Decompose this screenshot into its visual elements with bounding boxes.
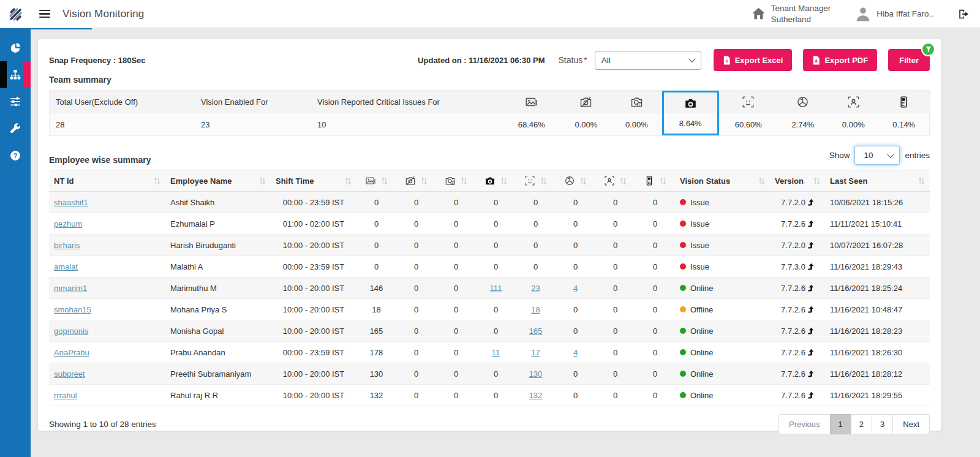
menu-icon[interactable] (39, 10, 50, 18)
count-cell: 0 (396, 235, 436, 256)
status-text: Online (690, 284, 714, 293)
column-header-person-scan[interactable] (595, 170, 635, 192)
tenant-home-button[interactable]: Tenant Manager Sutherland (752, 3, 831, 25)
column-header-image[interactable] (356, 170, 396, 192)
version-upgrade-icon (807, 220, 814, 228)
pagination-next-button[interactable]: Next (892, 414, 930, 434)
column-header-camera-timer[interactable] (436, 170, 476, 192)
sidebar-item-help[interactable] (0, 142, 31, 169)
column-header-face-covered[interactable] (556, 170, 595, 192)
sidebar-item-sitemap[interactable] (0, 61, 31, 88)
team-summary-title: Team summary (49, 75, 930, 85)
count-link[interactable]: 130 (529, 369, 543, 379)
count-cell: 0 (396, 320, 436, 342)
team-summary-table: Total User(Exclude Off)Vision Enabled Fo… (49, 90, 930, 136)
sidebar-item-wrench[interactable] (0, 115, 31, 142)
table-row: subpreetPreethi Subramaniyam10:00 - 20:0… (49, 363, 930, 385)
count-link[interactable]: 4 (573, 284, 578, 293)
pie-chart-icon (10, 42, 21, 53)
count-cell: 0 (476, 385, 516, 406)
export-pdf-button[interactable]: Export PDF (803, 49, 877, 71)
nt-id-link[interactable]: AnaPrabu (54, 348, 89, 357)
face-scan-icon (742, 96, 754, 108)
column-header-last-seen[interactable]: Last Seen (825, 170, 930, 192)
count-cell: 0 (595, 299, 635, 320)
nt-id-link[interactable]: birharis (54, 241, 80, 250)
team-summary-value: 28 (50, 113, 195, 135)
pagination-page-3[interactable]: 3 (872, 414, 893, 434)
column-header-mobile[interactable] (635, 170, 675, 192)
nt-id-link[interactable]: shaashif1 (54, 198, 88, 207)
sidebar-item-pie-chart[interactable] (0, 34, 31, 61)
nt-id-link[interactable]: pezhum (54, 219, 82, 228)
export-excel-button[interactable]: Export Excel (714, 49, 793, 71)
column-header-nt-id[interactable]: NT Id (49, 170, 165, 192)
pagination-previous-button[interactable]: Previous (778, 414, 831, 434)
sort-icon (758, 177, 765, 185)
count-link[interactable]: 111 (490, 284, 502, 293)
version-text: 7.7.2.6 (781, 327, 805, 336)
count-link[interactable]: 4 (573, 348, 578, 357)
tenant-role: Tenant Manager (771, 3, 831, 14)
version-cell: 7.7.2.0 (770, 235, 825, 256)
count-link[interactable]: 11 (492, 348, 500, 357)
column-header-camera-solid[interactable] (476, 170, 516, 192)
column-header-employee-name[interactable]: Employee Name (165, 170, 271, 192)
status-text: Issue (690, 241, 709, 250)
count-cell: 0 (476, 363, 516, 385)
version-text: 7.7.2.6 (781, 348, 805, 357)
count-link[interactable]: 132 (529, 391, 543, 400)
column-header-version[interactable]: Version (770, 170, 825, 192)
team-summary-icon-header (719, 91, 778, 113)
count-link[interactable]: 165 (529, 327, 543, 336)
version-cell: 7.7.2.0 (770, 192, 825, 213)
sidebar-item-sliders[interactable] (0, 88, 31, 115)
count-link[interactable]: 18 (531, 305, 540, 314)
filter-button[interactable]: Filter (888, 49, 930, 71)
column-header-camera-off[interactable] (396, 170, 436, 192)
logout-button[interactable] (958, 9, 969, 20)
team-summary-icon-header (502, 91, 561, 113)
version-text: 7.7.2.0 (781, 241, 805, 250)
sort-icon (813, 177, 820, 185)
column-header-shift-time[interactable]: Shift Time (271, 170, 356, 192)
status-text: Online (690, 391, 714, 400)
team-summary-value: 23 (195, 113, 311, 135)
count-cell: 0 (476, 256, 516, 278)
nt-id-link[interactable]: gopmonis (54, 327, 88, 336)
count-link[interactable]: 23 (531, 284, 540, 293)
nt-id-link[interactable]: rrrahul (54, 391, 77, 400)
team-summary-value: 10 (311, 113, 502, 135)
nt-id-link[interactable]: smohan15 (54, 305, 91, 314)
nt-id-link[interactable]: subpreet (54, 369, 85, 379)
nt-id-link[interactable]: mmarim1 (54, 284, 87, 293)
entries-label: entries (905, 151, 930, 160)
count-link[interactable]: 17 (531, 348, 540, 357)
column-header-vision-status[interactable]: Vision Status (675, 170, 770, 192)
count-cell: 0 (356, 256, 396, 278)
pagination-page-1[interactable]: 1 (830, 414, 851, 434)
status-text: Offline (690, 305, 713, 314)
status-text: Online (690, 369, 714, 379)
logout-icon (958, 9, 969, 20)
face-covered-icon (797, 96, 809, 108)
count-cell: 0 (436, 192, 476, 213)
count-cell: 0 (635, 299, 675, 320)
page-size-select[interactable]: 10 (854, 146, 900, 165)
vision-status-cell: Online (675, 363, 770, 385)
column-header-face-scan[interactable] (516, 170, 556, 192)
image-icon (366, 176, 375, 186)
count-cell: 0 (476, 192, 516, 213)
nt-id-link[interactable]: amalat (54, 262, 78, 271)
status-select[interactable]: All (595, 51, 701, 70)
version-upgrade-icon (807, 349, 814, 357)
sort-icon (540, 177, 547, 185)
count-cell: 0 (635, 363, 675, 385)
pagination-page-2[interactable]: 2 (851, 414, 872, 434)
count-cell: 165 (356, 320, 396, 342)
table-row: pezhumEzhumalai P01:00 - 02:00 IST000000… (49, 213, 930, 235)
count-cell: 0 (396, 385, 436, 406)
status-dot (680, 371, 686, 377)
user-menu[interactable]: Hiba Iffat Faro.. (855, 6, 933, 22)
employee-summary-title: Employee wise summary (49, 155, 151, 165)
